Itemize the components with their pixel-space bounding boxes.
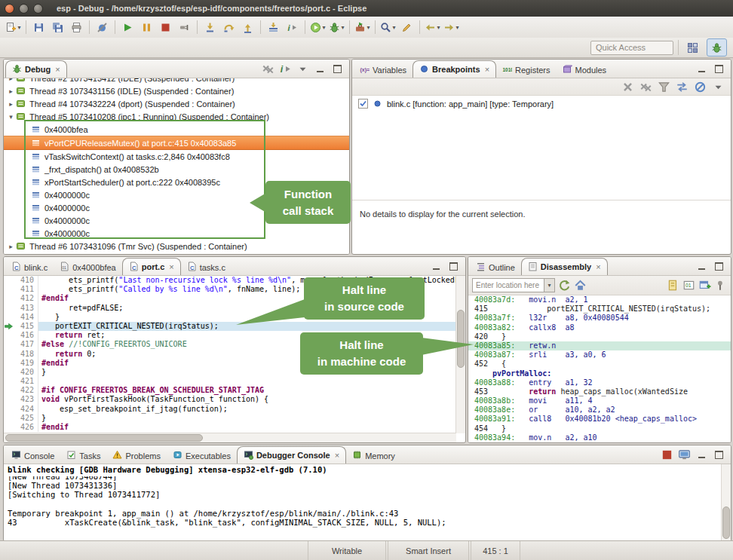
maximize-button[interactable] — [331, 63, 344, 75]
external-tools-button[interactable]: ▾ — [353, 19, 372, 35]
disassembly-line[interactable]: 452 { — [468, 360, 731, 369]
thread-row[interactable]: ▸Thread #6 1073431096 (Tmr Svc) (Suspend… — [4, 240, 349, 252]
show-opcodes-button[interactable]: 01 — [682, 279, 695, 292]
scrollbar-thumb[interactable] — [722, 506, 730, 539]
instr-button[interactable]: i — [279, 63, 292, 75]
disassembly-line[interactable]: 454 } — [468, 424, 731, 433]
save-all-button[interactable] — [48, 19, 67, 35]
stack-frame-row[interactable]: 0x4000bfea — [4, 123, 349, 136]
tab-problems[interactable]: Problems — [106, 448, 166, 464]
link-button[interactable] — [676, 81, 689, 93]
skip-all-breakpoints-button[interactable] — [93, 19, 112, 35]
stack-frame-row[interactable]: vPortCPUReleaseMutex() at port.c:415 0x4… — [4, 136, 349, 150]
instruction-stepping-button[interactable]: i — [283, 19, 302, 35]
tab-memory[interactable]: Memory — [346, 448, 401, 464]
minimize-button[interactable] — [314, 63, 327, 75]
checkbox-checked-icon[interactable] — [358, 99, 368, 109]
monitor-button[interactable] — [678, 448, 691, 461]
scrollbar-thumb[interactable] — [5, 434, 203, 442]
maximize-button[interactable] — [713, 260, 725, 273]
window-maximize-button[interactable] — [33, 4, 43, 14]
tab-registers[interactable]: 1010Registers — [496, 62, 556, 78]
pin-button[interactable] — [714, 279, 727, 292]
back-dropdown-icon[interactable]: ▾ — [437, 24, 440, 31]
expander-icon[interactable]: ▸ — [6, 243, 16, 250]
disassembly-line[interactable]: 40083a94: mov.n a2, a10 — [468, 433, 731, 442]
editor-line[interactable]: 421 — [4, 377, 456, 386]
search-dropdown-icon[interactable]: ▾ — [392, 24, 395, 31]
run-dropdown-icon[interactable]: ▾ — [322, 24, 325, 31]
close-icon[interactable]: × — [335, 451, 339, 460]
drop-to-frame-button[interactable] — [264, 19, 283, 35]
disassembly-line[interactable]: 40083a85: retw.n — [468, 341, 731, 350]
minimize-button[interactable] — [695, 63, 708, 75]
open-perspective-button[interactable] — [683, 39, 702, 56]
new-view-button[interactable] — [698, 279, 711, 292]
step-over-button[interactable] — [219, 19, 238, 35]
remove-all-button[interactable] — [639, 81, 652, 93]
expander-icon[interactable]: ▾ — [6, 113, 16, 121]
terminate-button[interactable] — [156, 19, 175, 35]
expander-icon[interactable]: ▸ — [6, 100, 16, 108]
skip-all-button[interactable] — [694, 81, 707, 93]
close-icon[interactable]: × — [596, 262, 600, 271]
tab-disassembly[interactable]: Disassembly× — [521, 258, 608, 275]
editor-line[interactable]: 424 esp_set_breakpoint_if_jtag(function)… — [4, 405, 456, 414]
console-scrollbar[interactable] — [721, 464, 731, 541]
external-tools-dropdown-icon[interactable]: ▾ — [366, 24, 370, 31]
editor-line[interactable]: 426#endif — [4, 423, 456, 432]
editor-line[interactable]: 422#if CONFIG_FREERTOS_BREAK_ON_SCHEDULE… — [4, 386, 456, 395]
thread-row[interactable]: ▾Thread #5 1073410208 (ipc1 : Running) (… — [4, 110, 349, 123]
sync-source-button[interactable] — [667, 279, 679, 292]
editor-line[interactable]: 425} — [4, 414, 456, 423]
tab-port-c[interactable]: Cport.c× — [122, 258, 181, 275]
tab-console[interactable]: Console — [5, 448, 60, 464]
expander-icon[interactable]: ▸ — [6, 78, 16, 82]
maximize-button[interactable] — [713, 448, 725, 461]
tab-tasks[interactable]: Tasks — [60, 448, 106, 464]
step-into-button[interactable] — [201, 19, 219, 35]
tab-blink-c[interactable]: Cblink.c — [5, 259, 54, 275]
filter-button[interactable] — [658, 81, 670, 93]
disassembly-line[interactable]: 40083a87: srli a3, a0, 6 — [468, 350, 731, 360]
back-button[interactable]: ▾ — [423, 19, 442, 35]
disassembly-line[interactable]: 420 } — [468, 332, 731, 341]
refresh-button[interactable] — [558, 279, 571, 292]
location-input[interactable]: Enter location here ▾ — [472, 278, 555, 292]
close-icon[interactable]: × — [55, 65, 60, 74]
thread-row[interactable]: ▸Thread #3 1073431156 (IDLE) (Suspended … — [4, 84, 349, 97]
forward-dropdown-icon[interactable]: ▾ — [455, 24, 459, 31]
new-wizard-dropdown-icon[interactable]: ▾ — [17, 24, 20, 31]
thread-row[interactable]: ▸Thread #4 1073432224 (dport) (Suspended… — [4, 97, 349, 110]
view-menu-button[interactable] — [296, 63, 309, 75]
editor-line[interactable]: 415 portEXIT_CRITICAL_NESTED(irqStatus); — [4, 322, 456, 331]
close-icon[interactable]: × — [169, 262, 173, 271]
stack-frame-row[interactable]: _frxt_dispatch() at 0x4008532b — [4, 163, 349, 176]
disassembly-line[interactable]: 40083a82: callx8 a8 — [468, 323, 731, 332]
save-button[interactable] — [29, 19, 48, 35]
minimize-button[interactable] — [430, 260, 443, 273]
forward-button[interactable]: ▾ — [442, 19, 461, 35]
toggle-mark-occurrences-button[interactable] — [397, 19, 416, 35]
close-icon[interactable]: × — [485, 65, 489, 74]
editor-vertical-scrollbar[interactable] — [455, 276, 465, 433]
disconnect-button[interactable] — [175, 19, 194, 35]
tab-0x4000bfea[interactable]: 010x4000bfea — [54, 259, 122, 275]
stack-frame-row[interactable]: vTaskSwitchContext() at tasks.c:2,846 0x… — [4, 150, 349, 163]
step-return-button[interactable] — [238, 19, 257, 35]
stop-button[interactable] — [661, 448, 673, 461]
editor-horizontal-scrollbar[interactable] — [4, 433, 456, 442]
disassembly-line[interactable]: 415 portEXIT_CRITICAL_NESTED(irqStatus); — [468, 304, 731, 314]
new-wizard-button[interactable]: ▾ — [4, 19, 23, 35]
chevron-down-icon[interactable]: ▾ — [544, 279, 554, 292]
thread-row[interactable]: ▸Thread #2 1073413412 (IDLE) (Suspended … — [4, 78, 349, 84]
scrollbar-thumb[interactable] — [457, 310, 465, 368]
tab-breakpoints[interactable]: Breakpoints× — [413, 60, 496, 78]
disassembly-line[interactable]: 40083a7d: movi.n a2, 1 — [468, 295, 731, 304]
disassembly-line[interactable]: 40083a8e: or a10, a2, a2 — [468, 405, 731, 415]
suspend-button[interactable] — [137, 19, 156, 35]
expander-icon[interactable]: ▸ — [6, 87, 16, 95]
view-menu-button[interactable] — [712, 81, 725, 93]
disassembly-listing[interactable]: 40083a7d: movi.n a2, 1415 portEXIT_CRITI… — [468, 295, 731, 442]
window-minimize-button[interactable] — [19, 4, 29, 14]
